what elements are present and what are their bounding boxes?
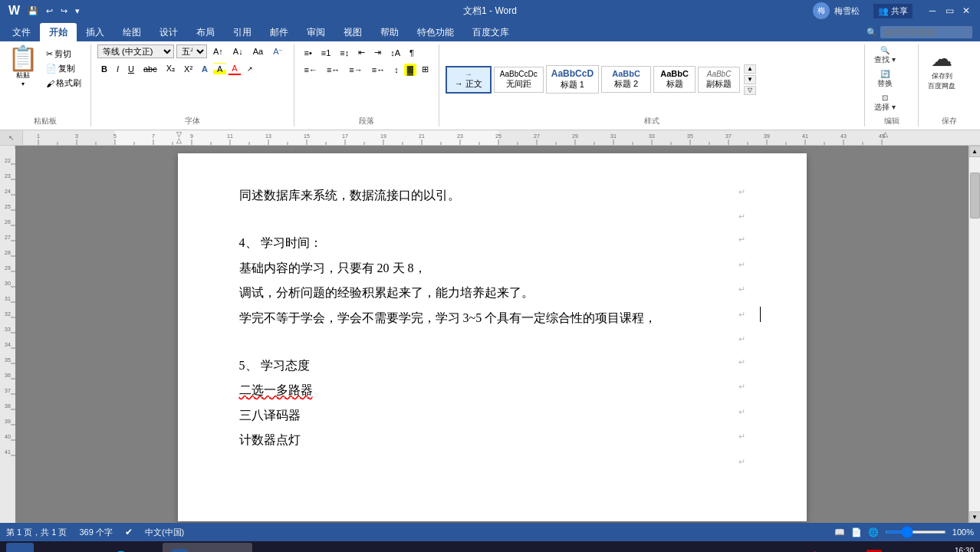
user-avatar[interactable]: 梅 (813, 2, 830, 19)
style-scroll-down[interactable]: ▼ (744, 75, 756, 84)
undo-quick-btn[interactable]: ↩ (44, 5, 55, 17)
paste-btn[interactable]: 📋 粘贴 ▾ (6, 44, 40, 89)
line-spacing-btn[interactable]: ↕ (390, 64, 403, 76)
tab-layout[interactable]: 布局 (187, 23, 224, 41)
style-heading1[interactable]: AaBbCcD 标题 1 (546, 65, 599, 94)
word-taskbar-icon: W (172, 549, 188, 552)
edge-btn[interactable]: 🌐 (108, 543, 133, 552)
share-button[interactable]: 👥 共享 (873, 4, 913, 18)
scroll-up-btn[interactable]: ▲ (969, 146, 981, 157)
underline-btn[interactable]: U (124, 63, 138, 75)
change-case-btn[interactable]: Aa (249, 45, 267, 58)
style-more[interactable]: ▽ (744, 86, 756, 95)
italic-btn[interactable]: I (113, 63, 123, 75)
right-indent-marker[interactable]: △ (883, 130, 888, 138)
subscript-btn[interactable]: X₂ (163, 62, 179, 75)
pilcrow-4: ↵ (738, 257, 745, 273)
bullets-btn[interactable]: ≡• (301, 47, 316, 59)
cortana-btn[interactable]: 🔍 (37, 543, 60, 552)
tab-design[interactable]: 设计 (150, 23, 187, 41)
ie-btn[interactable]: e (86, 543, 105, 552)
redo-quick-btn[interactable]: ↪ (58, 5, 70, 17)
font-color-btn[interactable]: A (228, 62, 241, 75)
format-painter-label: 格式刷 (56, 77, 81, 89)
increase-indent-btn[interactable]: ⇥ (370, 46, 385, 59)
style-subtitle[interactable]: AaBbC 副标题 (698, 67, 740, 93)
save-cloud-btn[interactable]: ☁ 保存到百度网盘 (925, 44, 959, 93)
tab-view[interactable]: 视图 (334, 23, 371, 41)
search-input[interactable] (880, 26, 972, 38)
recording-btn[interactable]: 🎙 Recording... (255, 543, 324, 552)
strikethrough-btn[interactable]: abc (140, 63, 161, 75)
font-size-select[interactable]: 五号 (176, 44, 207, 58)
align-right-btn[interactable]: ≡→ (345, 64, 366, 76)
clock[interactable]: 16:30 2024/1/1 (944, 546, 974, 552)
replace-btn[interactable]: 🔄 替换 (871, 68, 899, 90)
tab-baidu[interactable]: 百度文库 (463, 23, 518, 41)
show-marks-btn[interactable]: ¶ (406, 47, 418, 59)
left-hanging-marker[interactable]: △ (176, 136, 182, 144)
multilevel-btn[interactable]: ≡↕ (336, 47, 353, 59)
explorer-btn[interactable]: 📁 (136, 543, 159, 552)
tab-draw[interactable]: 绘图 (113, 23, 150, 41)
zoom-slider[interactable] (885, 531, 946, 534)
tab-home[interactable]: 开始 (40, 23, 77, 41)
minimize-btn[interactable]: ─ (925, 3, 940, 18)
format-painter-btn[interactable]: 🖌 格式刷 (43, 77, 84, 90)
shading-btn[interactable]: ▓ (404, 64, 416, 76)
ime-icon[interactable]: 中 (867, 550, 882, 553)
customize-quick-btn[interactable]: ▾ (73, 5, 82, 17)
style-zhengwen[interactable]: → → 正文 (446, 66, 492, 94)
copy-btn[interactable]: 📄 复制 (43, 62, 84, 75)
document-page[interactable]: 同述数据库来系统，数据流接口的以引。 ↵ ↵ 4、 学习时间： ↵ 基础内容的学… (178, 153, 807, 521)
highlight-btn[interactable]: A (213, 63, 226, 75)
taskview-btn[interactable]: ❑ (63, 543, 83, 552)
tab-review[interactable]: 审阅 (298, 23, 334, 41)
style-heading2[interactable]: AaBbC 标题 2 (601, 66, 651, 93)
style-h2-label: 标题 2 (607, 78, 646, 90)
web-view-icon[interactable]: 🌐 (868, 527, 879, 537)
align-left-btn[interactable]: ≡← (301, 64, 321, 76)
tab-mailings[interactable]: 邮件 (261, 23, 298, 41)
tab-insert[interactable]: 插入 (77, 23, 113, 41)
align-center-btn[interactable]: ≡↔ (323, 64, 344, 76)
close-btn[interactable]: ✕ (959, 3, 974, 18)
scrollbar-track[interactable] (969, 157, 980, 511)
scroll-down-btn[interactable]: ▼ (969, 511, 981, 523)
numbering-btn[interactable]: ≡1 (317, 47, 335, 59)
doc-scroll-area[interactable]: 同述数据库来系统，数据流接口的以引。 ↵ ↵ 4、 学习时间： ↵ 基础内容的学… (15, 146, 968, 523)
decrease-indent-btn[interactable]: ⇤ (354, 46, 369, 59)
word-taskbar-btn[interactable]: W 文档1 - Word (163, 543, 252, 552)
save-quick-btn[interactable]: 💾 (25, 5, 41, 17)
cut-btn[interactable]: ✂ 剪切 (43, 48, 84, 61)
font-family-select[interactable]: 等线 (中文正) (97, 44, 174, 58)
doc-line-10: 三八译码器 ↵ (239, 404, 745, 427)
tab-references[interactable]: 引用 (224, 23, 261, 41)
share-label: 共享 (891, 5, 908, 17)
read-view-icon[interactable]: 📖 (834, 527, 845, 537)
text-effect-btn[interactable]: A (198, 63, 212, 75)
ruler-corner[interactable]: ↖ (0, 130, 23, 146)
style-title[interactable]: AaBbC 标题 (653, 66, 696, 93)
font-grow-btn[interactable]: A↑ (209, 45, 227, 58)
save-controls: ☁ 保存到百度网盘 (925, 44, 959, 93)
superscript-btn[interactable]: X² (180, 63, 196, 75)
select-btn[interactable]: ⊡ 选择 ▾ (871, 92, 899, 114)
tab-file[interactable]: 文件 (3, 23, 40, 41)
sort-btn[interactable]: ↕A (386, 47, 404, 59)
justify-btn[interactable]: ≡↔ (368, 64, 389, 76)
bold-btn[interactable]: B (97, 63, 111, 75)
print-view-icon[interactable]: 📄 (851, 527, 862, 537)
scrollbar-thumb[interactable] (970, 172, 980, 219)
clear-format-btn[interactable]: A⁻ (269, 45, 287, 58)
restore-btn[interactable]: ▭ (942, 3, 957, 18)
font-group-expand-btn[interactable]: ↗ (243, 64, 257, 74)
style-scroll-up[interactable]: ▲ (744, 64, 756, 74)
font-shrink-btn[interactable]: A↓ (229, 45, 247, 58)
start-btn[interactable]: ⊞ (6, 543, 34, 552)
tab-help[interactable]: 帮助 (371, 23, 408, 41)
find-btn[interactable]: 🔍 查找 ▾ (871, 44, 899, 67)
borders-btn[interactable]: ⊞ (418, 63, 432, 76)
style-wujiandu[interactable]: AaBbCcDc 无间距 (494, 67, 544, 93)
tab-features[interactable]: 特色功能 (408, 23, 463, 41)
